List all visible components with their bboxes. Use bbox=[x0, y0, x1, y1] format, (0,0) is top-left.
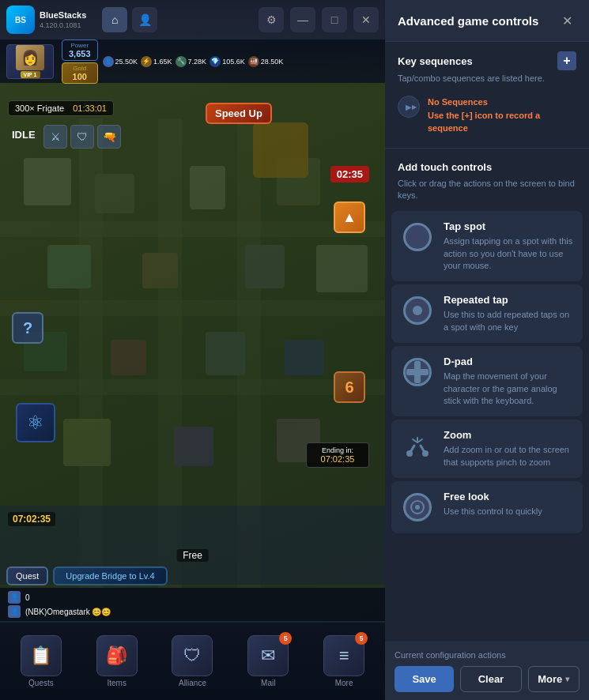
tap-spot-name: Tap spot bbox=[444, 220, 573, 232]
quest-button[interactable]: Quest bbox=[6, 566, 48, 585]
player-avatar: 👩 bbox=[16, 45, 44, 70]
game-area: BS BlueStacks 4.120.0.1081 ⌂ 👤 ⚙ — □ ✕ 👩… bbox=[0, 0, 385, 700]
quest-bar: Quest Upgrade Bridge to Lv.4 bbox=[6, 566, 168, 585]
dpad-desc: Map the movement of your character or th… bbox=[444, 371, 573, 407]
question-button[interactable]: ? bbox=[12, 312, 43, 344]
control-card-repeated[interactable]: Repeated tap Use this to add repeated ta… bbox=[391, 284, 583, 343]
free-look-icon-wrap bbox=[401, 491, 434, 524]
minimize-btn[interactable]: — bbox=[290, 7, 315, 32]
bottom-nav: 📋 Quests 🎒 Items 🛡 Alliance ✉ 5 Mail bbox=[0, 621, 385, 700]
nav-icon-quests: 📋 bbox=[21, 635, 62, 676]
res-icon-5: 🏭 bbox=[248, 56, 259, 67]
save-button[interactable]: Save bbox=[395, 666, 454, 692]
eye-icon bbox=[408, 498, 427, 517]
right-panel: Advanced game controls ✕ Key sequences +… bbox=[385, 0, 589, 700]
res-val-4: 105.6K bbox=[222, 58, 245, 66]
zoom-icon-wrap bbox=[401, 429, 434, 462]
nav-item-alliance[interactable]: 🛡 Alliance bbox=[155, 632, 231, 691]
top-bar-controls: ⚙ — □ ✕ bbox=[259, 7, 379, 32]
player-icon-2: 👤 bbox=[8, 605, 21, 618]
svg-rect-9 bbox=[190, 166, 225, 209]
profile-tab-btn[interactable]: 👤 bbox=[132, 7, 157, 32]
key-sequences-title: Key sequences bbox=[398, 55, 473, 67]
arrow-button[interactable]: ▲ bbox=[334, 201, 365, 233]
countdown-overlay: 02:35 bbox=[330, 166, 369, 183]
nav-icon-items: 🎒 bbox=[96, 635, 138, 676]
bluestacks-text: BlueStacks 4.120.0.1081 bbox=[40, 10, 86, 28]
svg-rect-6 bbox=[0, 379, 385, 395]
speed-up-button[interactable]: Speed Up bbox=[206, 103, 272, 124]
bottom-status: 👤 0 👤 (NBK)Omegastark 😊😊 bbox=[0, 588, 385, 621]
nav-item-mail[interactable]: ✉ 5 Mail bbox=[230, 632, 306, 691]
more-label: More bbox=[538, 673, 562, 685]
res-val-3: 7.28K bbox=[188, 58, 207, 66]
key-sequences-desc: Tap/combo sequences are listed here. bbox=[385, 73, 589, 89]
atom-button[interactable]: ⚛ bbox=[16, 403, 55, 442]
nav-label-quests: Quests bbox=[28, 679, 54, 687]
control-card-zoom[interactable]: Zoom Add zoom in or out to the screen th… bbox=[391, 420, 583, 478]
zoom-desc: Add zoom in or out to the screen that su… bbox=[444, 444, 573, 469]
power-value: 3,653 bbox=[69, 49, 91, 58]
res-icon-2: ⚡ bbox=[141, 56, 152, 67]
touch-controls-desc: Click or drag the actions on the screen … bbox=[385, 176, 589, 209]
idle-label: IDLE bbox=[12, 129, 36, 141]
svg-rect-19 bbox=[63, 419, 111, 466]
repeated-tap-desc: Use this to add repeated taps on a spot … bbox=[444, 309, 573, 333]
res-val-5: 28.50K bbox=[261, 58, 284, 66]
nav-icon-mail-wrap: ✉ 5 bbox=[247, 635, 289, 676]
dpad-info: D-pad Map the movement of your character… bbox=[444, 356, 573, 407]
touch-controls-title: Add touch controls bbox=[398, 161, 576, 173]
svg-rect-23 bbox=[253, 122, 308, 178]
control-card-tap[interactable]: Tap spot Assign tapping on a spot with t… bbox=[391, 211, 583, 281]
svg-rect-20 bbox=[174, 427, 213, 466]
config-label: Current configuration actions bbox=[395, 650, 580, 660]
action-icon-1[interactable]: ⚔ bbox=[43, 125, 67, 149]
control-card-freelook[interactable]: Free look Use this control to quickly bbox=[391, 481, 583, 533]
tap-spot-desc: Assign tapping on a spot with this actio… bbox=[444, 235, 573, 272]
resource-2: ⚡ 1.65K bbox=[141, 56, 172, 67]
nav-icon-more-wrap: ≡ 5 bbox=[323, 635, 364, 676]
home-tab-btn[interactable]: ⌂ bbox=[102, 7, 127, 32]
nav-item-quests[interactable]: 📋 Quests bbox=[3, 632, 79, 691]
clear-button[interactable]: Clear bbox=[460, 666, 521, 692]
settings-btn[interactable]: ⚙ bbox=[259, 7, 284, 32]
no-sequences-label: No Sequences bbox=[428, 96, 576, 109]
resource-bar: 👤 25.50K ⚡ 1.65K 🔧 7.28K 💎 105.6K 🏭 28.5… bbox=[103, 56, 379, 67]
add-sequence-button[interactable]: + bbox=[557, 51, 576, 70]
maximize-btn[interactable]: □ bbox=[322, 7, 347, 32]
action-icons: ⚔ 🛡 🔫 bbox=[43, 125, 121, 149]
more-button[interactable]: More ▾ bbox=[528, 666, 580, 692]
ending-label: Ending in: bbox=[311, 446, 364, 454]
free-look-name: Free look bbox=[444, 491, 573, 502]
bottom-timer: 07:02:35 bbox=[8, 512, 55, 526]
svg-rect-14 bbox=[316, 245, 368, 292]
player-icon: 👤 bbox=[8, 591, 21, 604]
number-badge[interactable]: 6 bbox=[334, 371, 365, 403]
res-val-2: 1.65K bbox=[153, 58, 172, 66]
tap-spot-icon bbox=[403, 223, 432, 251]
nav-icon-items-wrap: 🎒 bbox=[96, 635, 138, 676]
close-window-btn[interactable]: ✕ bbox=[353, 7, 379, 32]
upgrade-button[interactable]: Upgrade Bridge to Lv.4 bbox=[53, 566, 167, 585]
player-score: 0 bbox=[25, 593, 30, 602]
game-hud: 👩 VIP 1 Power 3,653 Gold 100 👤 25.50K ⚡ … bbox=[0, 40, 385, 83]
nav-item-more[interactable]: ≡ 5 More bbox=[306, 632, 382, 691]
repeated-tap-icon-wrap bbox=[401, 294, 434, 327]
zoom-icon bbox=[403, 431, 432, 460]
gold-box: Gold 100 bbox=[62, 62, 98, 84]
app-name: BlueStacks bbox=[40, 10, 86, 21]
panel-title: Advanced game controls bbox=[398, 14, 538, 28]
nav-item-items[interactable]: 🎒 Items bbox=[79, 632, 155, 691]
res-val-1: 25.50K bbox=[115, 58, 138, 66]
top-bar: BS BlueStacks 4.120.0.1081 ⌂ 👤 ⚙ — □ ✕ bbox=[0, 0, 385, 40]
action-icon-3[interactable]: 🔫 bbox=[97, 125, 121, 149]
ending-timer: Ending in: 07:02:35 bbox=[306, 442, 369, 468]
timer-bar: 300× Frigate 01:33:01 bbox=[8, 100, 114, 116]
nav-badge-mail: 5 bbox=[279, 632, 292, 645]
nav-icon-alliance: 🛡 bbox=[172, 635, 213, 676]
control-card-dpad[interactable]: D-pad Map the movement of your character… bbox=[391, 346, 583, 416]
close-panel-button[interactable]: ✕ bbox=[557, 11, 576, 30]
action-icon-2[interactable]: 🛡 bbox=[70, 125, 94, 149]
svg-rect-17 bbox=[206, 332, 245, 375]
tap-spot-info: Tap spot Assign tapping on a spot with t… bbox=[444, 220, 573, 272]
